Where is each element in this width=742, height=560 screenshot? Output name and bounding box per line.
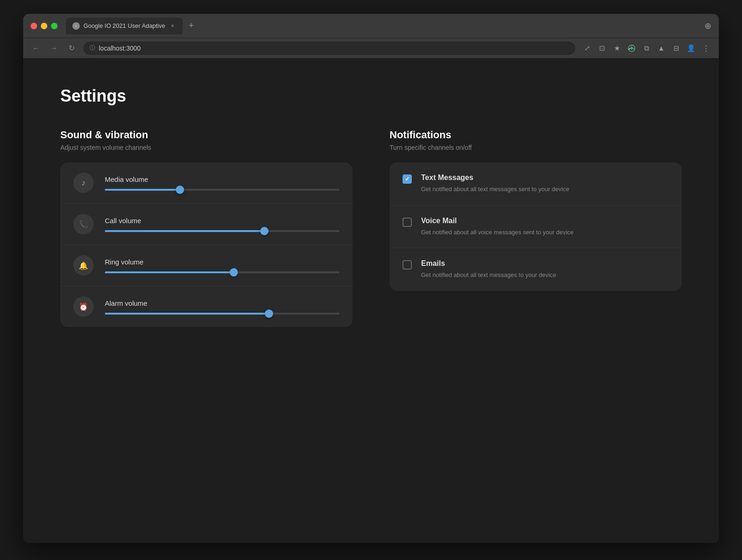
call-volume-row: 📞 Call volume xyxy=(60,204,352,245)
page-content: Settings Sound & vibration Adjust system… xyxy=(23,58,719,543)
browser-toolbar: ← → ↻ ⓘ localhost:3000 ⤢ ⊡ ★ ⧉ ▲ ⊟ xyxy=(23,38,719,58)
voicemail-title: Voice Mail xyxy=(421,217,669,225)
text-messages-content: Text Messages Get notified about all tex… xyxy=(421,174,669,194)
alarm-volume-thumb[interactable] xyxy=(265,309,273,318)
active-tab[interactable]: ● Google IO 2021 User Adaptive × xyxy=(66,18,183,34)
text-messages-checkbox[interactable] xyxy=(403,174,412,184)
media-volume-thumb[interactable] xyxy=(176,186,184,194)
more-menu-icon[interactable]: ⋮ xyxy=(699,42,712,55)
bell-icon: 🔔 xyxy=(73,255,94,276)
media-volume-row: ♪ Media volume xyxy=(60,162,352,204)
ring-volume-thumb[interactable] xyxy=(230,268,238,277)
alarm-volume-row: ⏰ Alarm volume xyxy=(60,286,352,327)
traffic-lights xyxy=(31,23,58,29)
page-title: Settings xyxy=(60,86,682,106)
tab-bar: ● Google IO 2021 User Adaptive × + xyxy=(66,18,701,34)
text-messages-row: Text Messages Get notified about all tex… xyxy=(390,162,682,206)
svg-point-1 xyxy=(630,47,633,50)
ring-volume-content: Ring volume xyxy=(105,258,339,273)
emails-row: Emails Get notified about all text messa… xyxy=(390,248,682,291)
profile-icon[interactable]: ▲ xyxy=(655,42,668,55)
alarm-volume-content: Alarm volume xyxy=(105,299,339,315)
emails-title: Emails xyxy=(421,259,669,268)
notifications-section-title: Notifications xyxy=(390,129,682,141)
voicemail-desc: Get notified about all voice messages se… xyxy=(421,228,669,237)
address-lock-icon: ⓘ xyxy=(90,44,95,52)
address-bar[interactable]: ⓘ localhost:3000 xyxy=(83,41,576,56)
new-tab-button[interactable]: + xyxy=(185,19,198,32)
browser-menu-icon[interactable]: ⊕ xyxy=(704,21,711,31)
cast-icon[interactable]: ⊟ xyxy=(670,42,683,55)
media-volume-slider[interactable] xyxy=(105,189,339,191)
extensions-icon[interactable]: ⧉ xyxy=(640,42,653,55)
alarm-volume-fill xyxy=(105,313,269,315)
sound-section-subtitle: Adjust system volume channels xyxy=(60,144,352,151)
call-volume-slider[interactable] xyxy=(105,230,339,232)
call-volume-label: Call volume xyxy=(105,217,339,225)
alarm-volume-label: Alarm volume xyxy=(105,299,339,307)
browser-titlebar: ● Google IO 2021 User Adaptive × + ⊕ xyxy=(23,14,719,38)
emails-checkbox[interactable] xyxy=(403,260,412,270)
text-messages-title: Text Messages xyxy=(421,174,669,182)
bookmark-icon[interactable]: ★ xyxy=(610,42,623,55)
ring-volume-fill xyxy=(105,271,234,273)
external-link-icon[interactable]: ⤢ xyxy=(581,42,594,55)
music-icon: ♪ xyxy=(73,173,94,193)
voicemail-row: Voice Mail Get notified about all voice … xyxy=(390,206,682,249)
voicemail-checkbox[interactable] xyxy=(403,218,412,227)
notifications-section: Notifications Turn specific channels on/… xyxy=(390,129,682,327)
tab-favicon: ● xyxy=(72,22,80,30)
translate-icon[interactable]: ⊡ xyxy=(595,42,608,55)
close-button[interactable] xyxy=(31,23,37,29)
alarm-icon: ⏰ xyxy=(73,296,94,317)
voicemail-content: Voice Mail Get notified about all voice … xyxy=(421,217,669,237)
toolbar-actions: ⤢ ⊡ ★ ⧉ ▲ ⊟ 👤 ⋮ xyxy=(581,42,712,55)
back-button[interactable]: ← xyxy=(30,42,43,55)
media-volume-content: Media volume xyxy=(105,175,339,191)
alarm-volume-slider[interactable] xyxy=(105,313,339,315)
settings-grid: Sound & vibration Adjust system volume c… xyxy=(60,129,682,327)
maximize-button[interactable] xyxy=(51,23,58,29)
phone-icon: 📞 xyxy=(73,214,94,234)
browser-window: ● Google IO 2021 User Adaptive × + ⊕ ← →… xyxy=(23,14,719,543)
tab-close-button[interactable]: × xyxy=(169,22,176,30)
chrome-icon[interactable] xyxy=(625,42,638,55)
call-volume-thumb[interactable] xyxy=(260,227,269,235)
address-text: localhost:3000 xyxy=(99,45,141,52)
media-volume-label: Media volume xyxy=(105,175,339,183)
emails-desc: Get notified about all text messages to … xyxy=(421,270,669,280)
ring-volume-row: 🔔 Ring volume xyxy=(60,245,352,286)
minimize-button[interactable] xyxy=(41,23,47,29)
text-messages-desc: Get notified about all text messages sen… xyxy=(421,185,669,194)
sound-section: Sound & vibration Adjust system volume c… xyxy=(60,129,352,327)
forward-button[interactable]: → xyxy=(47,42,60,55)
sound-card: ♪ Media volume 📞 xyxy=(60,162,352,327)
sound-section-title: Sound & vibration xyxy=(60,129,352,141)
tab-title: Google IO 2021 User Adaptive xyxy=(83,22,165,29)
call-volume-fill xyxy=(105,230,264,232)
user-avatar-icon[interactable]: 👤 xyxy=(684,42,697,55)
ring-volume-slider[interactable] xyxy=(105,271,339,273)
media-volume-fill xyxy=(105,189,180,191)
emails-content: Emails Get notified about all text messa… xyxy=(421,259,669,280)
notifications-card: Text Messages Get notified about all tex… xyxy=(390,162,682,291)
ring-volume-label: Ring volume xyxy=(105,258,339,266)
call-volume-content: Call volume xyxy=(105,217,339,232)
reload-button[interactable]: ↻ xyxy=(65,42,78,55)
notifications-section-subtitle: Turn specific channels on/off xyxy=(390,144,682,151)
